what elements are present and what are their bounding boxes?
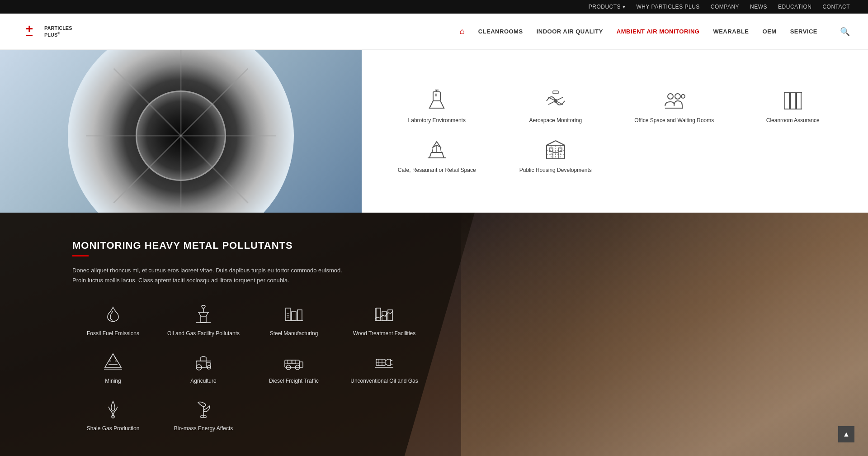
- item-shale[interactable]: Shale Gas Production: [72, 399, 154, 432]
- biomass-icon: [193, 399, 214, 420]
- cleanroom-icon: [780, 88, 806, 114]
- search-icon[interactable]: 🔍: [840, 27, 850, 37]
- home-icon[interactable]: ⌂: [460, 27, 465, 36]
- topbar-products[interactable]: PRODUCTS ▾: [589, 4, 626, 10]
- item-diesel[interactable]: Diesel Freight Traffic: [253, 351, 335, 385]
- wood-label: Wood Treatment Facilities: [353, 330, 416, 337]
- lab-icon: [424, 88, 449, 114]
- oil-gas-icon: [193, 304, 214, 325]
- scroll-up-button[interactable]: ▲: [838, 426, 854, 442]
- item-agriculture[interactable]: Agriculture: [163, 351, 244, 385]
- svg-point-10: [675, 94, 680, 99]
- svg-rect-8: [553, 91, 558, 94]
- card-aerospace-label: Aerospace Monitoring: [529, 117, 582, 124]
- steel-label: Steel Manufacturing: [270, 330, 318, 337]
- item-oil-gas[interactable]: Oil and Gas Facility Pollutants: [163, 304, 244, 337]
- svg-rect-13: [785, 93, 789, 109]
- topbar-news[interactable]: NEWS: [750, 4, 767, 10]
- nav-links: ⌂ CLEANROOMS INDOOR AIR QUALITY AMBIENT …: [460, 27, 850, 37]
- mining-label: Mining: [105, 377, 121, 385]
- unconventional-label: Unconventional Oil and Gas: [350, 377, 418, 385]
- title-underline: [72, 255, 89, 256]
- housing-icon: [543, 138, 568, 163]
- svg-rect-4: [435, 95, 437, 96]
- nav-oem[interactable]: OEM: [763, 28, 777, 35]
- svg-rect-33: [286, 308, 290, 321]
- wood-icon: [373, 304, 395, 325]
- hero-section: Labrotory Environments Aerospace Monitor…: [0, 50, 868, 213]
- card-cleanroom-label: Cleanroom Assurance: [766, 117, 820, 124]
- item-mining[interactable]: Mining: [72, 351, 154, 385]
- svg-rect-31: [201, 316, 206, 323]
- item-biomass[interactable]: Bio-mass Energy Affects: [163, 399, 244, 432]
- topbar-company[interactable]: COMPANY: [711, 4, 739, 10]
- card-office[interactable]: Office Space and Waiting Rooms: [617, 84, 731, 129]
- logo-icon: +: [18, 20, 41, 43]
- card-housing-label: Public Housing Developments: [519, 167, 592, 174]
- svg-rect-14: [791, 93, 795, 109]
- dark-content: MONITORING HEAVY METAL POLLUTANTS Donec …: [0, 213, 452, 456]
- svg-rect-40: [376, 308, 381, 321]
- agriculture-icon: [193, 351, 214, 373]
- hero-cards-panel: Labrotory Environments Aerospace Monitor…: [362, 50, 868, 213]
- topbar-contact[interactable]: CONTACT: [822, 4, 850, 10]
- hero-bg-image: [0, 50, 371, 213]
- logo-text: PARTICLESPLUS®: [44, 25, 72, 38]
- aerospace-icon: [543, 88, 568, 114]
- fossil-icon: [102, 304, 124, 325]
- card-laboratory[interactable]: Labrotory Environments: [380, 84, 494, 129]
- svg-point-9: [668, 94, 673, 99]
- card-cafe-label: Cafe, Resaurant or Retail Space: [398, 167, 476, 174]
- svg-rect-35: [297, 310, 302, 321]
- logo[interactable]: + PARTICLESPLUS®: [18, 20, 72, 43]
- card-aerospace[interactable]: Aerospace Monitoring: [499, 84, 613, 129]
- card-office-label: Office Space and Waiting Rooms: [634, 117, 714, 124]
- unconventional-icon: [373, 351, 395, 373]
- topbar-why[interactable]: WHY PARTICLES PLUS: [636, 4, 699, 10]
- item-unconventional[interactable]: Unconventional Oil and Gas: [344, 351, 425, 385]
- card-laboratory-label: Labrotory Environments: [408, 117, 466, 124]
- main-nav: + PARTICLESPLUS® ⌂ CLEANROOMS INDOOR AIR…: [0, 14, 868, 50]
- steel-icon: [283, 304, 305, 325]
- section-desc: Donec aliquet rhoncus mi, et cursus eros…: [72, 266, 344, 285]
- topbar-education[interactable]: EDUCATION: [778, 4, 811, 10]
- top-bar: PRODUCTS ▾ WHY PARTICLES PLUS COMPANY NE…: [0, 0, 868, 14]
- shale-label: Shale Gas Production: [87, 425, 140, 432]
- agriculture-label: Agriculture: [190, 377, 216, 385]
- nav-ambient[interactable]: AMBIENT AIR MONITORING: [617, 28, 700, 35]
- svg-text:+: +: [26, 22, 33, 36]
- oil-gas-label: Oil and Gas Facility Pollutants: [167, 330, 240, 337]
- nav-indoor[interactable]: INDOOR AIR QUALITY: [537, 28, 603, 35]
- item-wood[interactable]: Wood Treatment Facilities: [344, 304, 425, 337]
- svg-rect-57: [292, 360, 296, 364]
- card-cafe[interactable]: Cafe, Resaurant or Retail Space: [380, 133, 494, 179]
- item-fossil[interactable]: Fossil Fuel Emissions: [72, 304, 154, 337]
- section-title: MONITORING HEAVY METAL POLLUTANTS: [72, 240, 380, 252]
- svg-rect-1: [26, 35, 33, 36]
- svg-line-20: [547, 141, 556, 145]
- svg-rect-42: [388, 310, 392, 321]
- card-housing[interactable]: Public Housing Developments: [499, 133, 613, 179]
- shale-icon: [102, 399, 124, 420]
- dark-section: MONITORING HEAVY METAL POLLUTANTS Donec …: [0, 213, 868, 456]
- biomass-label: Bio-mass Energy Affects: [174, 425, 233, 432]
- diesel-label: Diesel Freight Traffic: [269, 377, 319, 385]
- svg-rect-56: [288, 360, 291, 364]
- office-icon: [661, 88, 687, 114]
- diesel-icon: [283, 351, 305, 373]
- pollutants-grid: Fossil Fuel Emissions Oil and Gas Facili…: [72, 304, 380, 432]
- fossil-label: Fossil Fuel Emissions: [87, 330, 139, 337]
- item-steel[interactable]: Steel Manufacturing: [253, 304, 335, 337]
- svg-rect-34: [292, 312, 296, 321]
- mining-icon: [102, 351, 124, 373]
- cafe-icon: [424, 138, 449, 163]
- nav-wearable[interactable]: WEARABLE: [713, 28, 749, 35]
- svg-rect-15: [797, 93, 801, 109]
- svg-line-21: [556, 141, 565, 145]
- nav-service[interactable]: SERVICE: [790, 28, 817, 35]
- svg-point-11: [681, 95, 685, 98]
- nav-cleanrooms[interactable]: CLEANROOMS: [478, 28, 523, 35]
- card-cleanroom[interactable]: Cleanroom Assurance: [736, 84, 850, 129]
- svg-rect-3: [435, 94, 437, 95]
